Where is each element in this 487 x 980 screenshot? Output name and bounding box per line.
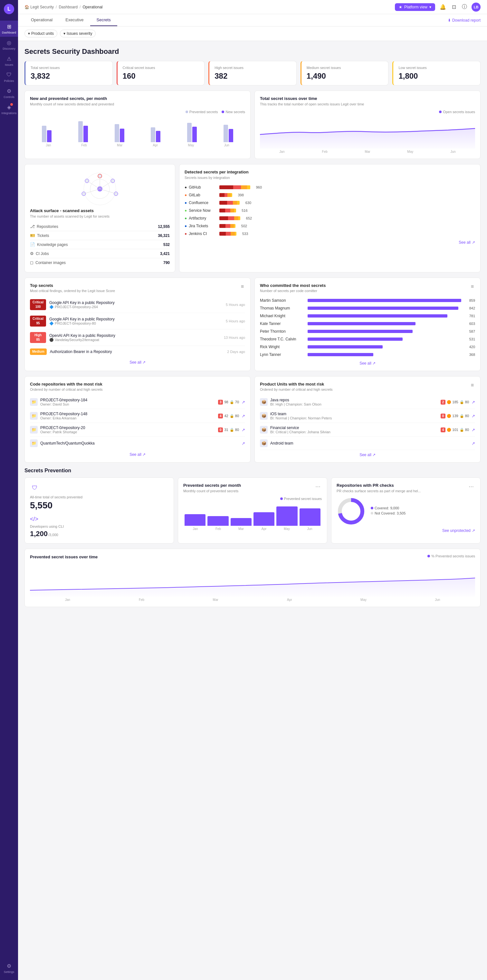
integration-icon-0: ● xyxy=(184,185,187,189)
integration-count-0: 960 xyxy=(252,185,262,189)
see-unprotected-button[interactable]: See unprotected ↗ xyxy=(442,528,475,533)
repo-link-0[interactable]: ↗ xyxy=(241,400,245,404)
high-seg-4 xyxy=(228,216,234,220)
committer-bar-wrap-2 xyxy=(308,314,461,318)
repo-info-1: PROJECT-0/repository-148 Owner: Erika Ar… xyxy=(40,412,216,420)
committer-bar-6 xyxy=(308,345,382,348)
repos-see-all[interactable]: See all ↗ xyxy=(30,450,245,457)
page-content: Secrets Security Dashboard Total secret … xyxy=(18,41,487,619)
product-units-menu-button[interactable]: ≡ xyxy=(470,382,475,389)
secret-info-1: Google API Key in a public Repository 🔷 … xyxy=(49,317,222,326)
repo-red-badge-2: 0 xyxy=(218,428,223,432)
high-seg-0 xyxy=(233,185,241,189)
unit-link-3[interactable]: ↗ xyxy=(471,441,475,446)
committer-name-6: Rick Wright xyxy=(260,345,305,349)
unit-score-1: 🔒 80 xyxy=(460,414,469,418)
unit-link-1[interactable]: ↗ xyxy=(471,414,475,418)
integration-see-all-button[interactable]: See all ↗ xyxy=(458,240,475,245)
notifications-button[interactable]: 🔔 xyxy=(438,3,447,11)
breadcrumb-dashboard[interactable]: Dashboard xyxy=(59,5,78,10)
prevented-per-month-card: Prevented secrets per month Monthly coun… xyxy=(178,477,327,544)
new-bar-4 xyxy=(192,127,197,142)
metric-value-total: 3,832 xyxy=(30,72,107,81)
repo-link-2[interactable]: ↗ xyxy=(241,428,245,432)
unit-link-0[interactable]: ↗ xyxy=(471,400,475,404)
unprotected-arrow-icon: ↗ xyxy=(472,528,475,533)
repo-link-3[interactable]: ↗ xyxy=(241,441,245,446)
pr-checks-menu-button[interactable]: ⋯ xyxy=(467,483,475,490)
unit-row-2: 📦 Financial service BI: Critical | Champ… xyxy=(260,423,475,437)
repo-badges-1: 4 42 🔒 80 xyxy=(218,414,239,418)
sidebar-item-policies[interactable]: 🛡 Policies xyxy=(0,69,18,85)
integration-row-6: ● Jenkins CI 533 xyxy=(184,230,475,238)
breadcrumb-legit[interactable]: 🏠 Legit Security xyxy=(24,5,54,10)
repo-score-0: 🔒 70 xyxy=(230,400,239,404)
filter-product-units[interactable]: ▾ Product units xyxy=(24,30,57,37)
sidebar-item-integrations[interactable]: ◈ Integrations xyxy=(0,101,18,117)
asset-name-4: ◻Container images xyxy=(30,260,66,265)
prevented-bar-5 xyxy=(224,125,228,142)
svg-line-10 xyxy=(84,189,100,194)
repo-name-2: PROJECT-0/repository-20 xyxy=(40,426,216,430)
sidebar-item-controls[interactable]: ⚙ Controls xyxy=(0,85,18,101)
asset-name-1: 🎫Tickets xyxy=(30,233,49,238)
prevented-bar-2 xyxy=(231,518,252,526)
platform-view-button[interactable]: ★ Platform view ▾ xyxy=(395,3,435,11)
committer-row-1: Thomas Magnum 842 xyxy=(260,304,475,312)
help-button[interactable]: ⊡ xyxy=(451,3,457,11)
user-avatar-button[interactable]: LB xyxy=(471,3,481,12)
top-secrets-see-all[interactable]: See all ↗ xyxy=(30,358,245,364)
unit-name-1: iOS team xyxy=(270,412,438,416)
filter-issues-severity[interactable]: ▾ Issues severity xyxy=(60,30,96,37)
integration-bar-wrap-4: 652 xyxy=(219,216,475,220)
controls-icon: ⚙ xyxy=(6,88,12,94)
secret-row-2: High85 OpenAI API Key in a public Reposi… xyxy=(30,329,245,346)
low-seg-5 xyxy=(234,224,235,228)
top-secrets-menu-button[interactable]: ≡ xyxy=(240,283,245,290)
committer-bar-wrap-7 xyxy=(308,353,461,356)
repo-link-1[interactable]: ↗ xyxy=(241,414,245,418)
not-covered-value: 3,505 xyxy=(397,511,406,515)
secret-time-3: 2 Days ago xyxy=(227,350,245,354)
repo-owner-1: Owner: Erika Arkansan xyxy=(40,416,216,420)
committer-name-3: Kate Tanner xyxy=(260,321,305,326)
asset-count-4: 790 xyxy=(163,261,170,265)
sidebar-item-issues[interactable]: ⚠ Issues xyxy=(0,53,18,69)
bar-pair-3 xyxy=(151,119,160,142)
download-icon: ⬇ xyxy=(448,18,451,22)
committers-card: Who committed the most secrets Number of… xyxy=(254,278,481,371)
repos-units-row: Code repositories with the most risk Ord… xyxy=(24,376,481,463)
sidebar-item-settings[interactable]: ⚙ Settings xyxy=(4,960,14,976)
top-secrets-title: Top secrets xyxy=(30,283,115,288)
tab-operational[interactable]: Operational xyxy=(24,14,59,26)
prevented-chart-menu-button[interactable]: ⋯ xyxy=(314,483,322,490)
repo-score-2: 🔒 80 xyxy=(230,428,239,432)
high-seg-1 xyxy=(225,193,227,197)
tab-secrets[interactable]: Secrets xyxy=(90,14,117,26)
tab-executive[interactable]: Executive xyxy=(59,14,90,26)
asset-row-2: 📄Knowledge pages532 xyxy=(30,240,170,249)
attack-surface-title: Attack surface - scanned assets xyxy=(30,208,170,213)
unit-name-3: Android team xyxy=(270,441,466,445)
asset-name-0: ⎇Repositories xyxy=(30,224,58,229)
asset-count-2: 532 xyxy=(163,242,170,247)
download-report-button[interactable]: ⬇ Download report xyxy=(448,18,481,22)
unit-score-2: 🔒 80 xyxy=(460,428,469,432)
low-seg-6 xyxy=(235,232,236,235)
filter-dropdown-icon: ▾ xyxy=(28,31,30,36)
crit-seg-2 xyxy=(219,201,227,205)
prevented-bar-3 xyxy=(151,127,155,142)
sidebar-item-dashboard[interactable]: ⊞ Dashboard xyxy=(0,21,18,37)
unit-link-2[interactable]: ↗ xyxy=(471,428,475,432)
breadcrumb-sep1: / xyxy=(56,5,57,10)
units-see-all[interactable]: See all ↗ xyxy=(260,450,475,457)
committer-count-7: 368 xyxy=(464,353,475,356)
bar-chart-legend: Prevented secrets New secrets xyxy=(30,110,245,114)
committers-see-all[interactable]: See all ↗ xyxy=(260,358,475,366)
info-button[interactable]: ⓘ xyxy=(461,2,468,12)
asset-icon-4: ◻ xyxy=(30,260,33,265)
committers-menu-button[interactable]: ≡ xyxy=(470,283,475,290)
unit-orange-num-0: 🟠 185 xyxy=(447,400,458,404)
sidebar-item-discovery[interactable]: ◎ Discovery xyxy=(0,37,18,53)
integration-icon-6: ● xyxy=(184,231,187,236)
